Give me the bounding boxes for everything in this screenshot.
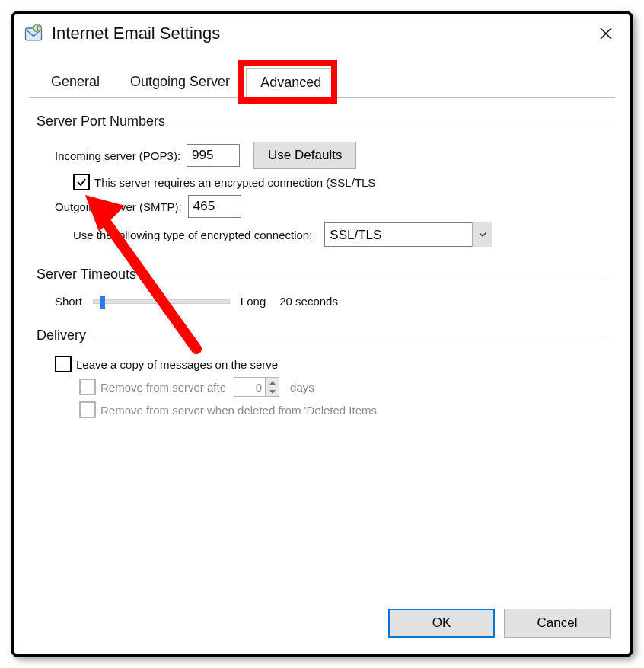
titlebar: Internet Email Settings [14,14,630,50]
group-label: Server Port Numbers [37,113,171,129]
encryption-type-select[interactable]: SSL/TLS [324,222,492,247]
incoming-server-label: Incoming server (POP3): [55,149,180,162]
remove-after-checkbox [79,379,96,395]
remove-deleted-label: Remove from server when deleted from 'De… [100,404,377,417]
slider-thumb[interactable] [100,296,105,309]
ssl-checkbox-label: This server requires an encrypted connec… [94,176,375,189]
check-icon [76,177,87,187]
spinner-down-icon [266,387,279,396]
tab-general[interactable]: General [37,67,114,98]
group-server-timeouts: Server Timeouts Short Long 20 seconds [37,267,607,315]
tab-outgoing-server[interactable]: Outgoing Server [116,67,244,98]
leave-copy-checkbox[interactable] [55,356,72,372]
remove-after-label: Remove from server afte [100,381,226,394]
group-label: Server Timeouts [37,267,142,283]
timeout-short-label: Short [55,295,82,308]
outgoing-server-label: Outgoing server (SMTP): [55,200,182,213]
tabpanel-advanced: Server Port Numbers Incoming server (POP… [29,97,615,446]
timeout-long-label: Long [241,295,266,308]
encryption-type-label: Use the following type of encrypted conn… [73,229,312,241]
use-defaults-button[interactable]: Use Defaults [253,142,356,169]
ok-button[interactable]: OK [388,609,495,638]
outgoing-port-input[interactable] [188,195,241,218]
group-server-port-numbers: Server Port Numbers Incoming server (POP… [37,113,607,254]
client-area: General Outgoing Server Advanced Server … [29,67,615,601]
cancel-button[interactable]: Cancel [504,609,611,638]
dialog-window: Internet Email Settings General Outgoing… [11,11,633,657]
timeout-slider[interactable] [93,299,230,304]
window-title: Internet Email Settings [52,24,589,43]
app-icon [23,23,44,44]
spinner-up-icon [266,378,279,387]
dialog-actionbar: OK Cancel [388,609,611,638]
remove-after-days-input [234,378,265,396]
group-label: Delivery [37,328,92,344]
group-delivery: Delivery Leave a copy of messages on the… [37,328,607,426]
timeout-value: 20 seconds [279,295,338,308]
close-button[interactable] [589,17,623,50]
ssl-checkbox[interactable] [73,174,90,190]
close-icon [599,27,613,40]
remove-after-days-unit: days [290,381,314,394]
leave-copy-label: Leave a copy of messages on the serve [76,358,278,371]
encryption-type-select-wrap: SSL/TLS [324,222,492,247]
remove-after-days-spinner [234,377,279,397]
tabstrip: General Outgoing Server Advanced [29,67,615,98]
tab-advanced[interactable]: Advanced [246,68,336,99]
incoming-port-input[interactable] [187,144,240,167]
remove-deleted-checkbox [79,401,96,418]
